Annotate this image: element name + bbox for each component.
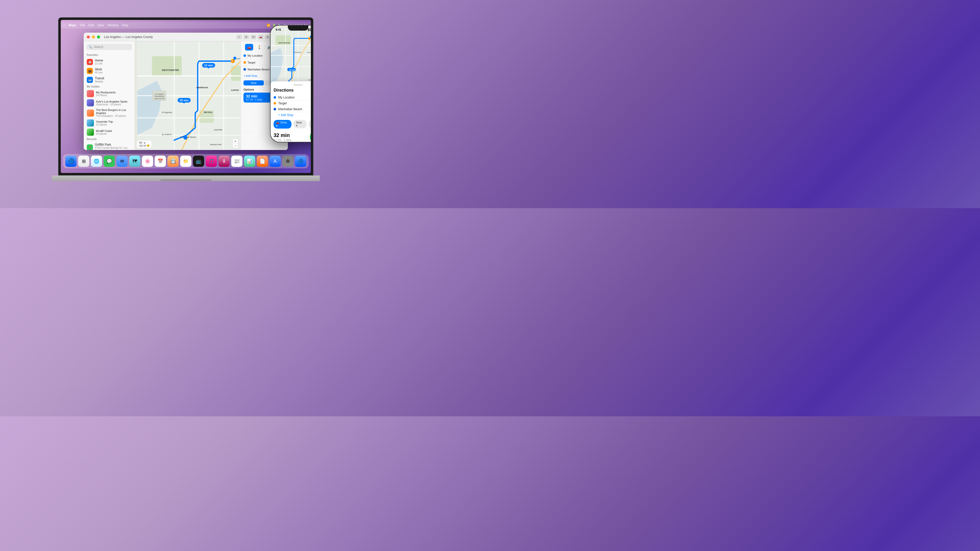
dock-finder2[interactable]: 📁 [180,156,191,167]
sheet-route-detail: 9.7 mi · 1 stop [274,138,310,141]
iphone-time: 9:41 [275,28,281,31]
dock-photos[interactable]: 🌸 [142,156,153,167]
laptop-screen:  Maps File Edit View Window Help 📶 🔋 🔍 … [61,20,311,173]
window-titlebar: Los Angeles — Los Angeles County ⇧ ⊞ 3D … [84,33,288,41]
sheet-route-time: 32 min [274,132,310,138]
guide-item-restaurants[interactable]: My Restaurants 14 Places [84,89,135,98]
toolbar-settings-btn[interactable]: ⊕ [265,35,270,39]
dock-control[interactable]: 🔵 [295,156,306,167]
guide-amalfi-name: Amalfi Coast [96,129,112,132]
home-item-text: Home 21 min [95,59,131,65]
dock-numbers[interactable]: 📊 [244,156,255,167]
iphone-notch [288,25,308,30]
sidebar-item-home[interactable]: 🏠 Home 21 min [84,57,135,66]
dock-finder[interactable]: 🔵 [65,156,76,167]
svg-rect-2 [152,56,182,76]
svg-text:Hawthorne: Hawthorne [197,86,208,89]
dock-launchpad[interactable]: ⊞ [78,156,89,167]
waypoint-mid-label: Target [248,61,256,64]
toolbar-traffic-btn[interactable]: 🚗 [258,35,263,39]
zoom-out-button[interactable]: − [232,143,238,148]
dock-mail[interactable]: ✉ [116,156,127,167]
svg-text:20 min: 20 min [289,69,296,71]
guide-item-yosemite[interactable]: Yosemite Trip 12 places [84,118,135,127]
favorites-section-title: Favorites [84,52,135,57]
window-content: 🔍 Search Favorites 🏠 Home 21 min [84,41,288,150]
transport-walk-btn[interactable]: 🚶 [255,44,263,51]
dock-music[interactable]: 🎵 [206,156,217,167]
home-label: Home [95,59,131,62]
guide-thumb-kyle [87,99,94,106]
svg-text:Lawndale: Lawndale [214,129,222,131]
dock-calendar[interactable]: 📅 [155,156,166,167]
callout-12min: 12 min [202,63,215,68]
sheet-route-info: 32 min 9.7 mi · 1 stop [274,132,310,141]
toolbar-3d-btn[interactable]: 3D [251,35,256,39]
sheet-handle [293,84,303,86]
search-bar[interactable]: 🔍 Search [86,44,132,50]
now-btn[interactable]: Now [243,80,264,86]
dock-tv[interactable]: 📺 [193,156,204,167]
svg-text:Los Angeles: Los Angeles [154,93,164,95]
sheet-now-chip[interactable]: Now ▾ [293,120,306,128]
dock-maps[interactable]: 🗺 [129,156,140,167]
sheet-dot-start [274,96,276,99]
sheet-add-stop-btn[interactable]: + Add Stop [274,112,311,118]
guide-yosemite-text: Yosemite Trip 12 places [96,120,113,126]
guide-item-burgers[interactable]: The Best Burgers in Los Angeles The Infa… [84,107,135,118]
sheet-avoid-chip[interactable]: Avoid ▾ [309,120,311,128]
route-info: 32 min 9.7 mi · 1 stop [246,94,262,101]
window-minimize-button[interactable] [92,35,95,38]
sheet-waypoint-end: Manhattan Beach [274,106,311,112]
sidebar-item-transit[interactable]: 🚌 Transit Nearby [84,75,135,84]
menubar-view[interactable]: View [97,24,104,27]
guide-item-amalfi[interactable]: Amalfi Coast 10 places [84,127,135,137]
sheet-drive-chip[interactable]: 🚗 Drive ▾ [274,120,291,129]
svg-text:WESTCHESTER: WESTCHESTER [162,69,179,71]
dock-messages[interactable]: 💬 [103,156,115,167]
menubar-edit[interactable]: Edit [89,24,94,27]
svg-text:El Segundo: El Segundo [162,111,172,114]
iphone-directions-sheet: Directions ✕ My Location Target [270,81,311,142]
window-close-button[interactable] [87,35,90,38]
dock-news[interactable]: 📰 [231,156,242,167]
sheet-waypoint-mid: Target [274,100,311,106]
menubar-window[interactable]: Window [107,24,118,27]
menubar-help[interactable]: Help [122,24,128,27]
menubar-app-name[interactable]: Maps [68,24,76,27]
sidebar-item-work[interactable]: 💼 Work 45 min [84,66,135,75]
svg-rect-37 [275,35,291,45]
dock-appstore[interactable]: A [269,156,281,167]
map-area[interactable]: WESTCHESTER Lennox West Athens Hawthorne… [135,41,288,150]
sheet-label-start: My Location [278,96,295,99]
toolbar-location-btn[interactable]: ⇧ [236,35,242,39]
toolbar-sidebar-btn[interactable]: ⊞ [243,35,249,39]
dock-systemprefs[interactable]: ⚙ [282,156,293,167]
home-subtitle: 21 min [95,62,131,65]
menubar-file[interactable]: File [80,24,85,27]
svg-text:T: T [231,60,233,62]
dock-podcasts[interactable]: 🎙 [218,156,230,167]
sheet-dot-end [274,108,276,110]
svg-point-34 [183,136,187,140]
sheet-transport-row: 🚗 Drive ▾ Now ▾ Avoid ▾ [274,120,311,129]
maps-window: Los Angeles — Los Angeles County ⇧ ⊞ 3D … [84,33,288,150]
zoom-in-button[interactable]: + [232,139,238,143]
guide-item-kyle[interactable]: Kyle's Los Angeles Spots Hyperlocal · 10… [84,98,135,107]
route-detail: 9.7 mi · 1 stop [246,98,262,101]
window-fullscreen-button[interactable] [97,35,100,38]
guide-thumb-yosemite [87,119,94,127]
dock-safari[interactable]: 🌐 [91,156,102,167]
sidebar-item-griffith[interactable]: 📍 Griffith Park 4730 Crystal Springs Dr,… [84,141,135,150]
svg-text:Hawthorne: Hawthorne [294,52,301,53]
svg-point-49 [308,37,310,40]
transport-drive-btn[interactable]: 🚗 [245,44,253,51]
dock-contacts[interactable]: 📇 [167,156,179,167]
waypoint-dot-mid [243,61,246,64]
svg-text:International: International [154,95,164,97]
dock-pages[interactable]: 📄 [257,156,268,167]
guide-yosemite-count: 12 places [96,123,113,126]
go-button[interactable]: GO [310,130,311,142]
sheet-label-mid: Target [278,102,286,105]
griffith-name: Griffith Park [95,143,131,146]
